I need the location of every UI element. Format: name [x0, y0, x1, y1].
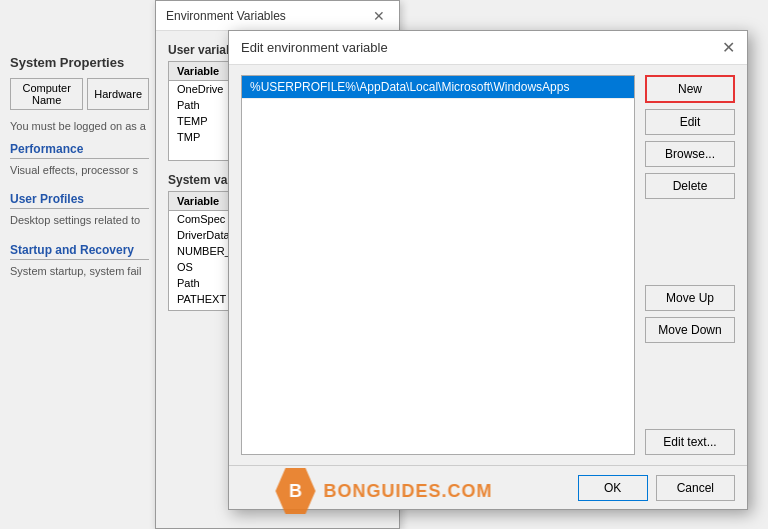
dialog-action-buttons: New Edit Browse... Delete Move Up Move D… — [645, 75, 735, 455]
move-down-button[interactable]: Move Down — [645, 317, 735, 343]
path-list-item-selected[interactable]: %USERPROFILE%\AppData\Local\Microsoft\Wi… — [242, 76, 634, 99]
new-button[interactable]: New — [645, 75, 735, 103]
edit-env-dialog: Edit environment variable ✕ %USERPROFILE… — [228, 30, 748, 510]
performance-title: Performance — [10, 142, 149, 159]
sys-props-title: System Properties — [10, 55, 149, 70]
user-profiles-desc: Desktop settings related to — [10, 213, 149, 228]
env-vars-close-button[interactable]: ✕ — [369, 8, 389, 24]
delete-button[interactable]: Delete — [645, 173, 735, 199]
ok-button[interactable]: OK — [578, 475, 648, 501]
tab-computer-name[interactable]: Computer Name — [10, 78, 83, 110]
startup-recovery-desc: System startup, system fail — [10, 264, 149, 279]
performance-desc: Visual effects, processor s — [10, 163, 149, 178]
dialog-body: %USERPROFILE%\AppData\Local\Microsoft\Wi… — [229, 65, 747, 465]
tabs-row: Computer Name Hardware — [10, 78, 149, 110]
startup-recovery-section: Startup and Recovery System startup, sys… — [10, 243, 149, 279]
performance-section: Performance Visual effects, processor s — [10, 142, 149, 178]
env-vars-titlebar: Environment Variables ✕ — [156, 1, 399, 31]
watermark-icon: B — [275, 468, 315, 514]
user-profiles-title: User Profiles — [10, 192, 149, 209]
startup-recovery-title: Startup and Recovery — [10, 243, 149, 260]
env-vars-title: Environment Variables — [166, 9, 286, 23]
dialog-title: Edit environment variable — [241, 40, 388, 55]
move-up-button[interactable]: Move Up — [645, 285, 735, 311]
system-properties-window: System Properties Computer Name Hardware… — [0, 0, 160, 529]
dialog-titlebar: Edit environment variable ✕ — [229, 31, 747, 65]
login-notice: You must be logged on as a — [10, 120, 149, 132]
watermark-text: BONGUIDES.COM — [323, 481, 492, 502]
tab-hardware[interactable]: Hardware — [87, 78, 149, 110]
edit-text-button[interactable]: Edit text... — [645, 429, 735, 455]
browse-button[interactable]: Browse... — [645, 141, 735, 167]
user-profiles-section: User Profiles Desktop settings related t… — [10, 192, 149, 228]
path-list[interactable]: %USERPROFILE%\AppData\Local\Microsoft\Wi… — [241, 75, 635, 455]
edit-button[interactable]: Edit — [645, 109, 735, 135]
cancel-button[interactable]: Cancel — [656, 475, 735, 501]
dialog-close-button[interactable]: ✕ — [722, 40, 735, 56]
watermark: B BONGUIDES.COM — [275, 468, 492, 514]
